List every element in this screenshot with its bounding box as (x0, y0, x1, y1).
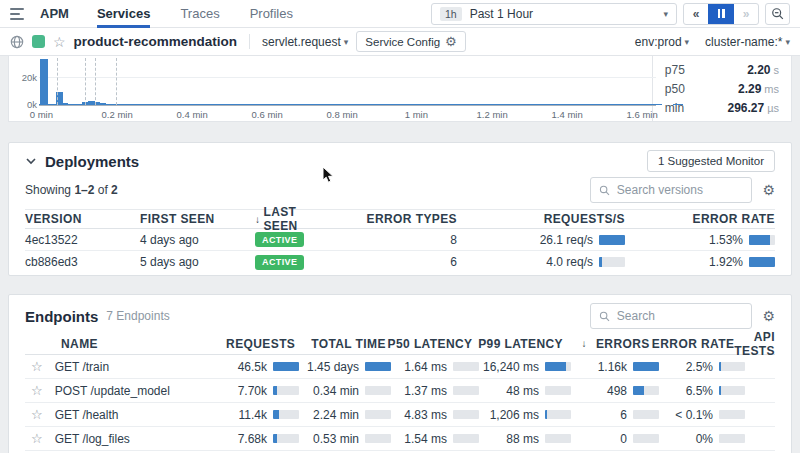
favorite-star-icon[interactable]: ☆ (31, 384, 43, 397)
latency-distribution-chart: 20k 0k 0 min0.2 min0.4 min0.6 min0.8 min… (8, 56, 792, 122)
gridline-20k (39, 77, 656, 78)
x-axis-tick: 0.2 min (102, 109, 133, 120)
deployments-header: Deployments 1 Suggested Monitor (25, 151, 775, 171)
pause-button[interactable] (708, 4, 734, 24)
collapse-chevron-icon[interactable] (25, 155, 37, 167)
cluster-filter-label: cluster-name:* (705, 35, 782, 49)
total-time-bar (365, 434, 391, 443)
p50-latency-cell: 1.54 ms (391, 432, 479, 446)
errors-cell: 6 (571, 408, 659, 422)
endpoint-row[interactable]: ☆ GET /log_files 7.68k 0.53 min 1.54 ms … (25, 427, 775, 451)
errors-bar (633, 434, 659, 443)
x-axis-tick: 0.6 min (252, 109, 283, 120)
error-rate-cell: < 0.1% (659, 408, 745, 422)
col-error-rate[interactable]: ERROR RATE (625, 212, 775, 226)
operation-label: servlet.request (262, 35, 341, 49)
col-errors[interactable]: ↓ERRORS (563, 337, 650, 351)
time-back-button[interactable]: « (684, 4, 708, 24)
error-rate-bar (719, 434, 745, 443)
apm-brand-label[interactable]: APM (40, 6, 69, 21)
time-forward-button[interactable]: » (734, 4, 758, 24)
total-time-cell: 2.24 min (299, 408, 391, 422)
requests-cell: 7.70k (203, 384, 299, 398)
total-time-bar (365, 410, 391, 419)
percentile-marker-line (95, 58, 96, 105)
deployment-row[interactable]: cb886ed3 5 days ago ACTIVE 6 4.0 req/s 1… (25, 251, 775, 273)
col-requests[interactable]: REQUESTS/S (457, 212, 625, 226)
tab-profiles[interactable]: Profiles (250, 0, 293, 28)
favorite-star-icon[interactable]: ☆ (31, 360, 43, 373)
scope-filters: env:prod ▾ cluster-name:* ▾ (635, 35, 790, 49)
sidebar-toggle-icon[interactable] (10, 8, 26, 20)
col-p50-latency[interactable]: P50 LATENCY (386, 337, 473, 351)
col-last-seen[interactable]: ↓LAST SEEN (255, 205, 317, 233)
versions-search-input[interactable] (617, 183, 744, 197)
table-settings-gear-icon[interactable]: ⚙ (762, 309, 775, 323)
time-range-picker[interactable]: 1h Past 1 Hour ▾ (431, 3, 677, 25)
endpoint-name[interactable]: GET /log_files (55, 432, 130, 446)
zoom-out-icon (771, 7, 785, 21)
versions-search[interactable] (590, 177, 752, 203)
sort-desc-icon: ↓ (582, 338, 587, 349)
p99-latency-cell: 88 ms (479, 432, 571, 446)
chevron-down-icon: ▾ (663, 9, 668, 19)
nav-tabs: Services Traces Profiles (97, 0, 293, 28)
endpoint-name[interactable]: GET /train (55, 360, 109, 374)
tab-traces[interactable]: Traces (180, 0, 219, 28)
env-filter-dropdown[interactable]: env:prod ▾ (635, 35, 689, 49)
errors-bar (633, 386, 659, 395)
p50-latency-cell: 1.64 ms (391, 360, 479, 374)
version-cell: 4ec13522 (25, 233, 140, 247)
errors-cell: 498 (571, 384, 659, 398)
col-api-tests[interactable]: API TESTS (734, 330, 775, 358)
col-requests[interactable]: REQUESTS (201, 337, 296, 351)
stat-value: 2.29ms (738, 80, 779, 99)
error-types-cell: 8 (317, 233, 457, 247)
table-settings-gear-icon[interactable]: ⚙ (762, 183, 775, 197)
favorite-star-icon[interactable]: ☆ (53, 35, 66, 49)
active-badge: ACTIVE (255, 255, 304, 270)
favorite-star-icon[interactable]: ☆ (31, 408, 43, 421)
search-icon (599, 310, 610, 323)
endpoints-search[interactable] (590, 303, 752, 329)
percentile-marker-line (116, 58, 117, 105)
histogram-bar (40, 59, 48, 105)
cluster-filter-dropdown[interactable]: cluster-name:* ▾ (705, 35, 790, 49)
latency-stats-panel: p75 2.20s p50 2.29ms min 296.27µs (652, 56, 791, 121)
total-time-bar (365, 386, 391, 395)
apm-service-page: APM Services Traces Profiles 1h Past 1 H… (0, 0, 800, 453)
gear-icon: ⚙ (445, 35, 457, 48)
stat-label: min (665, 99, 684, 118)
endpoint-name[interactable]: POST /update_model (55, 384, 170, 398)
latency-histogram: 20k 0k 0 min0.2 min0.4 min0.6 min0.8 min… (39, 56, 652, 121)
favorite-star-icon[interactable]: ☆ (31, 432, 43, 445)
error-rate-bar (719, 410, 745, 419)
col-p99-latency[interactable]: P99 LATENCY (472, 337, 563, 351)
operation-dropdown[interactable]: servlet.request ▾ (262, 35, 348, 49)
col-name[interactable]: NAME (25, 337, 201, 351)
stat-value: 296.27µs (727, 99, 779, 118)
zoom-out-button[interactable] (765, 3, 790, 25)
col-version[interactable]: VERSION (25, 212, 140, 226)
suggested-monitor-button[interactable]: 1 Suggested Monitor (647, 150, 775, 172)
endpoint-name[interactable]: GET /health (55, 408, 119, 422)
col-error-rate[interactable]: ERROR RATE (650, 337, 735, 351)
endpoints-count: 7 Endpoints (106, 309, 169, 323)
endpoint-row[interactable]: ☆ POST /update_model 7.70k 0.34 min 1.37… (25, 379, 775, 403)
time-range-label: Past 1 Hour (470, 7, 533, 21)
errors-cell: 1.16k (571, 360, 659, 374)
col-total-time[interactable]: TOTAL TIME (295, 337, 386, 351)
col-first-seen[interactable]: FIRST SEEN (140, 212, 255, 226)
env-filter-label: env:prod (635, 35, 682, 49)
col-error-types[interactable]: ERROR TYPES (317, 212, 457, 226)
p99-bar (545, 410, 571, 419)
service-config-button[interactable]: Service Config ⚙ (356, 31, 465, 52)
endpoints-search-input[interactable] (617, 309, 744, 323)
endpoint-row[interactable]: ☆ GET /health 11.4k 2.24 min 4.83 ms 1,2… (25, 403, 775, 427)
deployment-row[interactable]: 4ec13522 4 days ago ACTIVE 8 26.1 req/s … (25, 229, 775, 251)
endpoint-row[interactable]: ☆ GET /train 46.5k 1.45 days 1.64 ms 16,… (25, 355, 775, 379)
endpoints-header: Endpoints 7 Endpoints ⚙ (25, 303, 775, 329)
search-icon (599, 184, 610, 197)
error-rate-bar (749, 257, 775, 267)
tab-services[interactable]: Services (97, 0, 151, 28)
